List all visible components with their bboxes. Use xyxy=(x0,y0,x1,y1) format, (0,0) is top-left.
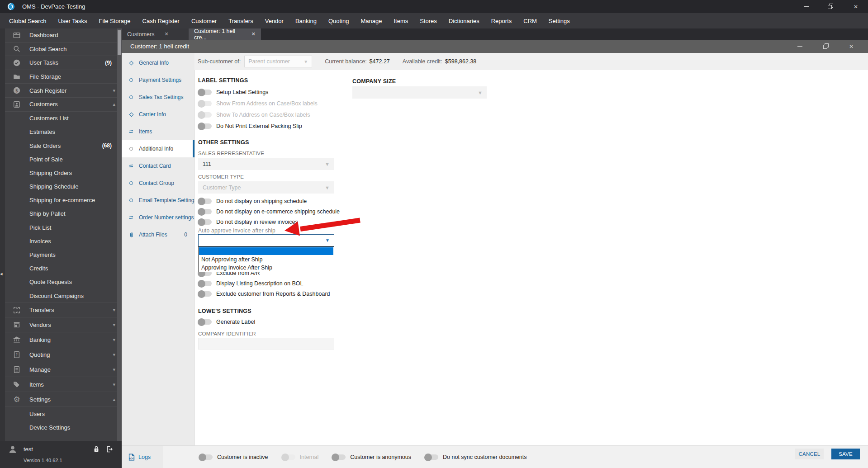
show-to-address-toggle[interactable] xyxy=(198,112,212,118)
menu-transfers[interactable]: Transfers xyxy=(223,13,259,28)
nav-contact-card[interactable]: Contact Card xyxy=(122,157,194,175)
sidebar-item-banking[interactable]: Banking ▾ xyxy=(5,332,122,347)
nav-payment-settings[interactable]: Payment Settings xyxy=(122,71,194,89)
menu-file-storage[interactable]: File Storage xyxy=(93,13,136,28)
menu-banking[interactable]: Banking xyxy=(289,13,323,28)
sidebar-item-shipping-ecommerce[interactable]: Shipping for e-commerce xyxy=(5,194,122,207)
sidebar-item-cash-register[interactable]: $ Cash Register ▾ xyxy=(5,84,122,98)
nav-email-template-settings[interactable]: Email Template Settings xyxy=(122,192,194,209)
sidebar-item-pick-list[interactable]: Pick List xyxy=(5,221,122,234)
sidebar-scrollbar[interactable] xyxy=(117,28,122,441)
tab-customer-1-hell-credit[interactable]: Customer: 1 hell cre... ✕ xyxy=(189,28,261,40)
menu-vendor[interactable]: Vendor xyxy=(259,13,289,28)
menu-quoting[interactable]: Quoting xyxy=(323,13,355,28)
option-approving[interactable]: Approving Invoice After Ship xyxy=(199,264,334,272)
sidebar-item-invoices[interactable]: Invoices xyxy=(5,234,122,248)
internal-toggle[interactable] xyxy=(282,454,295,460)
mdi-restore-button[interactable] xyxy=(815,40,836,53)
no-shipping-schedule-toggle[interactable] xyxy=(198,199,212,204)
nav-contact-group[interactable]: Contact Group xyxy=(122,175,194,192)
exclude-reports-toggle[interactable] xyxy=(198,291,212,297)
customer-inactive-toggle[interactable] xyxy=(199,454,213,460)
nav-carrier-info[interactable]: Carrier Info xyxy=(122,106,194,123)
sidebar-scrollbar-thumb[interactable] xyxy=(118,30,121,55)
nav-order-number-settings[interactable]: Order Number settings xyxy=(122,209,194,226)
nav-attach-files[interactable]: Attach Files0 xyxy=(122,226,194,243)
other-settings-heading: OTHER SETTINGS xyxy=(198,139,249,146)
sidebar-item-shipping-schedule[interactable]: Shipping Schedule xyxy=(5,180,122,194)
mdi-minimize-button[interactable] xyxy=(789,40,810,53)
sidebar-item-discount-campaigns[interactable]: Discount Campaigns xyxy=(5,289,122,303)
no-sync-documents-toggle[interactable] xyxy=(425,454,438,460)
logout-icon[interactable] xyxy=(105,445,113,455)
menu-global-search[interactable]: Global Search xyxy=(3,13,52,28)
option-blank-selected[interactable] xyxy=(199,247,333,255)
nav-sales-tax-settings[interactable]: Sales Tax Settings xyxy=(122,89,194,106)
sidebar-item-global-search[interactable]: Global Search xyxy=(5,43,122,57)
close-button[interactable]: ✕ xyxy=(845,0,866,13)
minimize-button[interactable] xyxy=(796,0,816,13)
sidebar-item-customers[interactable]: Customers ▴ xyxy=(5,98,122,112)
sidebar-item-items[interactable]: Items ▾ xyxy=(5,377,122,392)
listing-description-bol-toggle[interactable] xyxy=(198,281,212,286)
do-not-print-packing-slip-toggle[interactable] xyxy=(198,123,212,129)
setup-label-settings-toggle[interactable] xyxy=(198,90,212,95)
sidebar-item-credits[interactable]: Credits xyxy=(5,262,122,275)
company-identifier-input[interactable] xyxy=(198,338,334,350)
generate-label-toggle[interactable] xyxy=(198,319,212,325)
menu-customer[interactable]: Customer xyxy=(185,13,223,28)
close-icon[interactable]: ✕ xyxy=(164,31,168,37)
no-review-invoices-toggle[interactable] xyxy=(198,219,212,225)
menu-items[interactable]: Items xyxy=(388,13,414,28)
mdi-close-button[interactable]: ✕ xyxy=(841,40,862,53)
customer-type-dropdown[interactable]: Customer Type ▼ xyxy=(198,181,334,194)
sidebar-item-ship-by-pallet[interactable]: Ship by Pallet xyxy=(5,207,122,221)
parent-customer-dropdown[interactable]: Parent customer ▼ xyxy=(244,56,312,67)
menu-dictionaries[interactable]: Dictionaries xyxy=(443,13,485,28)
menu-settings[interactable]: Settings xyxy=(543,13,576,28)
menu-user-tasks[interactable]: User Tasks xyxy=(52,13,93,28)
sidebar-collapse-strip[interactable]: ◂ xyxy=(0,28,5,441)
nav-additional-info[interactable]: Additional Info xyxy=(122,140,194,157)
sidebar-item-point-of-sale[interactable]: Point of Sale xyxy=(5,152,122,166)
menu-manage[interactable]: Manage xyxy=(355,13,388,28)
menu-crm[interactable]: CRM xyxy=(517,13,543,28)
company-size-dropdown[interactable]: ▼ xyxy=(352,86,487,99)
menu-reports[interactable]: Reports xyxy=(485,13,518,28)
sidebar-item-users[interactable]: Users xyxy=(5,407,122,421)
sales-representative-dropdown[interactable]: 111 ▼ xyxy=(198,158,334,170)
sidebar-item-customers-list[interactable]: Customers List xyxy=(5,112,122,125)
option-not-approving[interactable]: Not Approving after Ship xyxy=(199,255,334,264)
menu-stores[interactable]: Stores xyxy=(414,13,443,28)
customer-anonymous-toggle[interactable] xyxy=(332,454,346,460)
show-from-address-toggle[interactable] xyxy=(198,101,212,106)
auto-approve-combobox[interactable]: ▼ xyxy=(198,234,334,246)
sidebar-item-file-storage[interactable]: File Storage xyxy=(5,70,122,84)
menu-cash-register[interactable]: Cash Register xyxy=(137,13,185,28)
no-ecommerce-schedule-toggle[interactable] xyxy=(198,209,212,214)
sidebar-item-settings[interactable]: ⚙ Settings ▴ xyxy=(5,392,122,407)
restore-button[interactable] xyxy=(820,0,840,13)
lock-icon[interactable] xyxy=(93,445,100,454)
logs-button[interactable]: LOG Logs xyxy=(122,446,163,468)
sidebar-item-shipping-orders[interactable]: Shipping Orders xyxy=(5,166,122,180)
sidebar-item-estimates[interactable]: Estimates xyxy=(5,125,122,139)
sidebar-item-sale-orders[interactable]: Sale Orders (68) xyxy=(5,139,122,152)
sidebar-item-quote-requests[interactable]: Quote Requests xyxy=(5,275,122,289)
sidebar-item-payments[interactable]: Payments xyxy=(5,248,122,261)
sidebar-item-dashboard[interactable]: Dashboard xyxy=(5,28,122,43)
nav-items[interactable]: Items xyxy=(122,123,194,140)
sidebar-item-transfers[interactable]: Transfers ▾ xyxy=(5,303,122,317)
circle-icon xyxy=(128,199,134,202)
sidebar-item-user-tasks[interactable]: User Tasks (9) xyxy=(5,56,122,70)
cancel-button[interactable]: CANCEL xyxy=(795,449,824,459)
sidebar-item-device-settings[interactable]: Device Settings xyxy=(5,421,122,434)
nav-general-info[interactable]: General Info xyxy=(122,54,194,71)
tab-customers[interactable]: Customers ✕ xyxy=(122,28,189,40)
clipboard-question-icon: ? xyxy=(12,350,21,359)
close-icon[interactable]: ✕ xyxy=(251,31,256,37)
sidebar-item-manage[interactable]: Manage ▾ xyxy=(5,362,122,377)
sidebar-item-vendors[interactable]: Vendors ▾ xyxy=(5,317,122,332)
sidebar-item-quoting[interactable]: ? Quoting ▾ xyxy=(5,347,122,362)
save-button[interactable]: SAVE xyxy=(831,449,860,459)
